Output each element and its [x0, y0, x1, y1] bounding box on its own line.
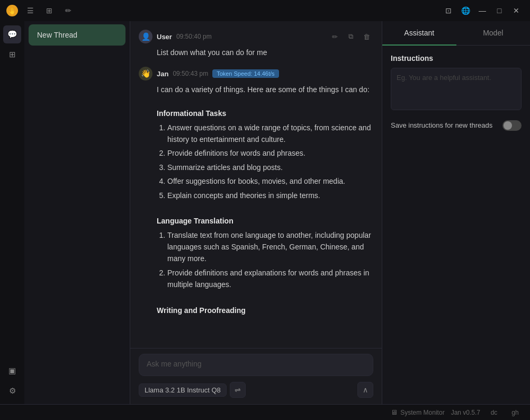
- close-button[interactable]: ✕: [509, 3, 524, 18]
- save-instructions-row: Save instructions for new threads: [391, 120, 522, 131]
- instructions-label: Instructions: [391, 54, 522, 62]
- list-item: Provide definitions for words and phrase…: [167, 147, 373, 159]
- section2-title: Language Translation: [157, 217, 233, 225]
- monitor-status: 🖥 System Monitor: [391, 408, 444, 416]
- ai-message-header: 👋 Jan 09:50:43 pm Token Speed: 14.46t/s: [139, 67, 373, 81]
- section1-title: Informational Tasks: [157, 109, 226, 118]
- chat-input-area: Llama 3.2 1B Instruct Q8 ⇌ ∧: [130, 348, 382, 404]
- list-item: Offer suggestions for books, movies, and…: [167, 175, 373, 187]
- settings-titlebar-button[interactable]: ⊡: [441, 3, 456, 18]
- copy-message-button[interactable]: ⧉: [344, 30, 357, 43]
- section2-list: Translate text from one language to anot…: [157, 229, 373, 291]
- ai-message: 👋 Jan 09:50:43 pm Token Speed: 14.46t/s …: [139, 67, 373, 316]
- user-timestamp: 09:50:40 pm: [176, 33, 212, 40]
- list-item: Answer questions on a wide range of topi…: [167, 122, 373, 146]
- user-message-header: 👤 User 09:50:40 pm ✏ ⧉ 🗑: [139, 30, 373, 43]
- save-instructions-label: Save instructions for new threads: [391, 121, 492, 130]
- monitor-label: System Monitor: [400, 409, 444, 416]
- chat-area: 👤 User 09:50:40 pm ✏ ⧉ 🗑 List down what …: [130, 21, 382, 404]
- tab-model[interactable]: Model: [456, 21, 531, 46]
- version-label: Jan v0.5.7: [451, 409, 480, 416]
- title-bar-left: 🤚 ☰ ⊞ ✏: [6, 4, 75, 17]
- github-button[interactable]: gh: [508, 405, 523, 420]
- chat-input[interactable]: [139, 354, 373, 376]
- toggle-knob: [504, 121, 512, 130]
- sidebar-item-settings[interactable]: ⚙: [3, 382, 21, 400]
- list-item: Explain concepts and theories in simple …: [167, 190, 373, 201]
- user-avatar: 👤: [139, 30, 152, 43]
- ai-timestamp: 09:50:43 pm: [173, 70, 208, 77]
- model-selector[interactable]: Llama 3.2 1B Instruct Q8: [139, 383, 227, 397]
- face-button[interactable]: 🌐: [458, 3, 473, 18]
- chat-toolbar: Llama 3.2 1B Instruct Q8 ⇌ ∧: [139, 382, 373, 398]
- user-message-content: List down what you can do for me: [139, 47, 373, 58]
- section3-title: Writing and Proofreading: [157, 306, 246, 315]
- chat-messages[interactable]: 👤 User 09:50:40 pm ✏ ⧉ 🗑 List down what …: [130, 21, 382, 348]
- main-layout: 💬 ⊞ ▣ ⚙ New Thread 👤 User 09:50:40 pm ✏: [0, 21, 530, 404]
- user-author: User: [157, 33, 172, 41]
- minimize-button[interactable]: —: [475, 3, 490, 18]
- instructions-textarea[interactable]: [391, 68, 522, 110]
- user-message-actions: ✏ ⧉ 🗑: [328, 30, 373, 43]
- tab-assistant[interactable]: Assistant: [382, 21, 456, 46]
- ai-message-content: I can do a variety of things. Here are s…: [139, 84, 373, 316]
- sidebar-item-grid[interactable]: ⊞: [3, 46, 21, 64]
- discord-button[interactable]: dc: [487, 405, 501, 420]
- collapse-button[interactable]: ∧: [357, 382, 373, 398]
- list-item: Summarize articles and blog posts.: [167, 162, 373, 173]
- section1-list: Answer questions on a wide range of topi…: [157, 122, 373, 201]
- ai-author: Jan: [157, 70, 168, 78]
- maximize-button[interactable]: □: [492, 3, 507, 18]
- save-instructions-toggle[interactable]: [502, 120, 522, 131]
- compose-button[interactable]: ✏: [61, 4, 75, 17]
- chat-right-buttons: ∧: [357, 382, 373, 398]
- user-message: 👤 User 09:50:40 pm ✏ ⧉ 🗑 List down what …: [139, 30, 373, 58]
- monitor-icon: 🖥: [391, 408, 398, 416]
- status-bar: 🖥 System Monitor Jan v0.5.7 dc gh: [0, 404, 530, 420]
- right-panel-tabs: Assistant Model: [382, 21, 530, 46]
- ai-avatar: 👋: [139, 67, 152, 81]
- thread-item-new[interactable]: New Thread: [29, 24, 125, 46]
- title-bar-right: ⊡ 🌐 — □ ✕: [441, 3, 524, 18]
- list-item: Provide definitions and explanations for…: [167, 267, 373, 291]
- model-name: Llama 3.2 1B Instruct Q8: [145, 386, 221, 394]
- sidebar-toggle-button[interactable]: ☰: [23, 4, 37, 17]
- model-settings-button[interactable]: ⇌: [230, 382, 246, 398]
- edit-message-button[interactable]: ✏: [328, 30, 342, 43]
- sidebar-item-monitor[interactable]: ▣: [3, 362, 21, 380]
- list-item: Translate text from one language to anot…: [167, 229, 373, 265]
- right-panel-content: Instructions Save instructions for new t…: [382, 46, 530, 404]
- delete-message-button[interactable]: 🗑: [360, 30, 373, 43]
- sidebar-item-chat[interactable]: 💬: [3, 25, 21, 43]
- icon-sidebar: 💬 ⊞ ▣ ⚙: [0, 21, 24, 404]
- thread-sidebar: New Thread: [24, 21, 130, 404]
- new-tab-button[interactable]: ⊞: [42, 4, 56, 17]
- right-panel: Assistant Model Instructions Save instru…: [382, 21, 530, 404]
- title-bar: 🤚 ☰ ⊞ ✏ ⊡ 🌐 — □ ✕: [0, 0, 530, 21]
- token-speed-badge: Token Speed: 14.46t/s: [212, 69, 279, 78]
- app-logo: 🤚: [6, 5, 18, 16]
